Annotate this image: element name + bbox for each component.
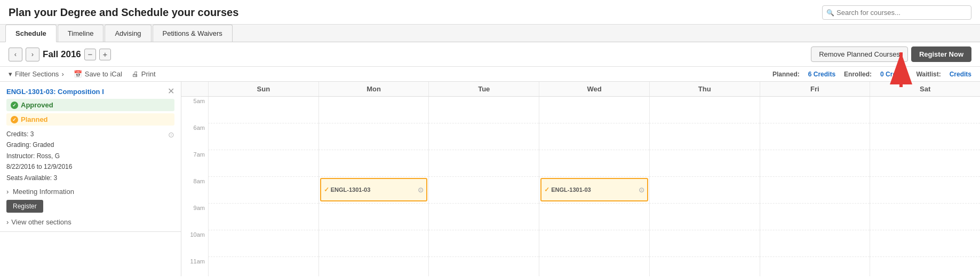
course-link[interactable]: ENGL-1301-03: Composition I — [6, 88, 104, 96]
event-close-mon[interactable]: ⊙ — [418, 186, 424, 194]
toolbar-left: ‹ › Fall 2016 − + — [9, 48, 111, 61]
meeting-info-label[interactable]: Meeting Information — [13, 188, 74, 196]
cell-fri-5 — [760, 97, 870, 123]
cell-tue-6 — [428, 123, 539, 150]
event-close-wed[interactable]: ⊙ — [639, 186, 644, 194]
next-term-button[interactable]: › — [26, 48, 39, 61]
corner-cell — [181, 82, 208, 96]
cell-tue-11 — [428, 257, 539, 276]
register-button[interactable]: Register — [6, 200, 43, 213]
save-ical-button[interactable]: 📅 Save to iCal — [74, 70, 122, 78]
cell-mon-9 — [318, 204, 429, 230]
tab-timeline[interactable]: Timeline — [58, 25, 104, 42]
event-wed-8-text: ENGL-1301-03 — [551, 186, 591, 193]
search-wrapper: 🔍 — [822, 5, 971, 20]
cell-mon-10 — [318, 230, 429, 257]
day-wed: Wed — [539, 82, 649, 96]
cell-thu-8 — [649, 177, 760, 204]
term-title: Fall 2016 — [43, 49, 81, 60]
cell-wed-5 — [539, 97, 649, 123]
cell-tue-5 — [428, 97, 539, 123]
cell-mon-11 — [318, 257, 429, 276]
cell-sun-5 — [208, 97, 318, 123]
sidebar: ENGL-1301-03: Composition I ✕ ✓ Approved… — [0, 82, 181, 276]
tabs-bar: Schedule Timeline Advising Petitions & W… — [0, 25, 980, 42]
course-credits: Credits: 3 — [6, 129, 174, 139]
cell-wed-6 — [539, 123, 649, 150]
cell-sun-6 — [208, 123, 318, 150]
prev-term-button[interactable]: ‹ — [9, 48, 22, 61]
close-course-button[interactable]: ✕ — [168, 87, 174, 96]
search-icon: 🔍 — [826, 9, 834, 17]
cell-fri-6 — [760, 123, 870, 150]
cell-sun-9 — [208, 204, 318, 230]
enrolled-credits-label: Enrolled: — [844, 71, 872, 78]
cell-wed-9 — [539, 204, 649, 230]
cell-tue-7 — [428, 150, 539, 177]
remove-planned-button[interactable]: Remove Planned Courses — [811, 46, 908, 62]
cell-fri-11 — [760, 257, 870, 276]
register-now-button[interactable]: Register Now — [911, 46, 971, 62]
approved-icon: ✓ — [11, 102, 18, 109]
cell-mon-5 — [318, 97, 429, 123]
term-shrink-button[interactable]: − — [84, 49, 96, 60]
toolbar-row: ‹ › Fall 2016 − + Remove Planned Courses… — [0, 42, 980, 67]
waitlist-credits-value: Credits — [950, 71, 971, 78]
print-button[interactable]: 🖨 Print — [132, 70, 156, 78]
search-input[interactable] — [822, 5, 971, 20]
cell-tue-10 — [428, 230, 539, 257]
cell-sat-10 — [870, 230, 980, 257]
tab-petitions[interactable]: Petitions & Waivers — [153, 25, 233, 42]
cell-mon-7 — [318, 150, 429, 177]
cell-wed-8: ✓ ENGL-1301-03 ⊙ — [539, 177, 649, 204]
course-instructor: Instructor: Ross, G — [6, 151, 174, 161]
day-thu: Thu — [649, 82, 760, 96]
event-mon-8-label: ✓ ENGL-1301-03 — [324, 186, 371, 193]
event-wed-8[interactable]: ✓ ENGL-1301-03 ⊙ — [540, 178, 648, 201]
cell-mon-6 — [318, 123, 429, 150]
day-fri: Fri — [760, 82, 870, 96]
main-content: ENGL-1301-03: Composition I ✕ ✓ Approved… — [0, 82, 980, 276]
course-dates: 8/22/2016 to 12/9/2016 — [6, 161, 174, 172]
cell-thu-11 — [649, 257, 760, 276]
course-details: ⊙ Credits: 3 Grading: Graded Instructor:… — [6, 129, 174, 183]
planned-credits-label: Planned: — [772, 71, 800, 78]
term-expand-button[interactable]: + — [99, 49, 111, 60]
cell-sat-8 — [870, 177, 980, 204]
chevron-right-icon-2: › — [6, 218, 9, 226]
tab-schedule[interactable]: Schedule — [5, 25, 57, 42]
page-title: Plan your Degree and Schedule your cours… — [9, 6, 238, 19]
cell-sun-11 — [208, 257, 318, 276]
calendar: Sun Mon Tue Wed Thu Fri Sat 5am 6am — [181, 82, 980, 276]
waitlist-credits-label: Waitlist: — [916, 71, 941, 78]
event-mon-8-text: ENGL-1301-03 — [331, 186, 371, 193]
planned-dot-mon: ✓ — [324, 186, 329, 193]
tab-advising[interactable]: Advising — [105, 25, 151, 42]
details-close-button[interactable]: ⊙ — [168, 129, 174, 142]
day-sun: Sun — [208, 82, 318, 96]
term-nav: ‹ › Fall 2016 − + — [9, 48, 111, 61]
cell-sat-5 — [870, 97, 980, 123]
planned-dot-wed: ✓ — [544, 186, 549, 193]
status-planned-label: Planned — [21, 115, 48, 123]
enrolled-credits-value: 0 Credits — [880, 71, 907, 78]
filter-sections-label: Filter Sections — [15, 70, 59, 78]
status-planned-badge: ✓ Planned — [6, 113, 174, 126]
time-11am: 11am — [181, 257, 208, 276]
filter-sections-button[interactable]: ▾ Filter Sections › — [9, 70, 64, 78]
cell-wed-11 — [539, 257, 649, 276]
time-8am: 8am — [181, 177, 208, 204]
time-6am: 6am — [181, 123, 208, 150]
cell-thu-6 — [649, 123, 760, 150]
cell-wed-7 — [539, 150, 649, 177]
course-actions: Register — [6, 200, 174, 213]
course-item: ENGL-1301-03: Composition I ✕ ✓ Approved… — [0, 82, 181, 232]
filter-icon: ▾ — [9, 70, 12, 78]
cell-thu-7 — [649, 150, 760, 177]
status-approved-badge: ✓ Approved — [6, 99, 174, 111]
view-sections-label: View other sections — [11, 218, 71, 226]
view-sections-button[interactable]: › View other sections — [6, 218, 174, 226]
event-wed-8-label: ✓ ENGL-1301-03 — [544, 186, 591, 193]
event-mon-8[interactable]: ✓ ENGL-1301-03 ⊙ — [320, 178, 428, 201]
course-title-row: ENGL-1301-03: Composition I ✕ — [6, 87, 174, 96]
